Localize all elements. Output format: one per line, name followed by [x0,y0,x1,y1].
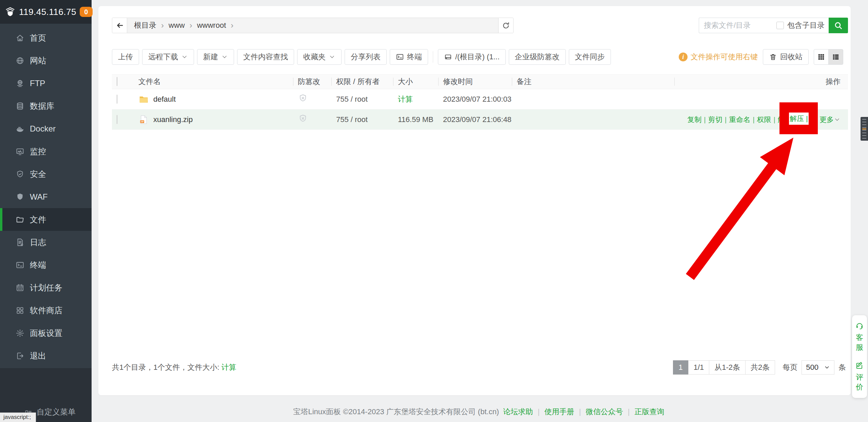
sidebar-item-monitor[interactable]: 监控 [0,140,92,163]
toolbar-button-tamper-proof[interactable]: 企业级防篡改 [509,49,566,65]
sidebar-item-label: FTP [30,79,45,88]
toolbar-button-label: 终端 [407,52,422,62]
sidebar-item-terminal[interactable]: 终端 [0,254,92,276]
shield-x-icon [298,114,308,124]
svg-text:ZIP: ZIP [141,121,144,123]
row-action-权限[interactable]: 权限 [757,115,771,124]
sidebar-item-settings[interactable]: 面板设置 [0,322,92,344]
file-manager-panel: 根目录›www›wwwroot› 包含子目录 上传远程下载新建文件内容查找收藏夹… [98,6,851,395]
file-name-link[interactable]: default [153,95,176,104]
breadcrumb-part[interactable]: wwwroot [197,21,226,30]
footer-link[interactable]: 正版查询 [634,407,664,416]
toolbar-button-terminal[interactable]: 终端 [390,49,428,65]
footer-link[interactable]: 微信公众号 [586,407,623,416]
zip-file-icon: ZIP [138,115,149,125]
table-row: ZIPxuanling.zip755 / root116.59 MB2023/0… [112,109,848,130]
toolbar-button-label: 文件同步 [575,52,605,62]
toolbar-button-upload[interactable]: 上传 [112,49,139,65]
column-header: 文件名 [134,77,293,87]
float-widget-feedback[interactable]: 评价 [855,361,864,392]
tamper-proof-cell [293,114,331,126]
toolbar-button-root-disk[interactable]: /(根目录) (1... [438,49,506,65]
sidebar-item-cron[interactable]: 计划任务 [0,276,92,299]
row-action-剪切[interactable]: 剪切 [708,115,722,124]
sidebar-item-database[interactable]: 数据库 [0,95,92,117]
footer-link-separator: | [579,407,581,416]
toolbar-button-remote-download[interactable]: 远程下载 [142,49,194,65]
footer-link[interactable]: 论坛求助 [503,407,533,416]
right-click-hint-text: 文件操作可使用右键 [691,52,758,62]
search-button[interactable] [829,18,848,33]
search-input[interactable] [704,21,773,30]
terminal-icon [16,261,24,269]
action-separator: | [725,116,727,124]
sidebar: 119.45.116.75 0 首页网站FTP数据库Docker监控安全WAF文… [0,0,92,422]
sidebar-item-waf[interactable]: WAF [0,185,92,208]
sidebar-item-label: Docker [30,124,56,134]
folder-file-icon [138,94,149,104]
toolbar-button-label: 上传 [118,52,133,62]
annotation-highlight-box: 解压 | [779,102,818,134]
column-header: 大小 [393,77,438,87]
custom-menu-label: 自定义菜单 [37,407,76,417]
chevron-down-icon [824,364,830,370]
sidebar-item-logout[interactable]: 退出 [0,344,92,367]
breadcrumb-part[interactable]: www [169,21,185,30]
sidebar-item-security[interactable]: 安全 [0,163,92,185]
refresh-button[interactable] [498,18,513,33]
toolbar-button-label: /(根目录) (1... [455,52,500,62]
toolbar-button-share-list[interactable]: 分享列表 [345,49,387,65]
message-count-badge[interactable]: 0 [80,7,93,17]
toolbar-button-label: 新建 [203,52,218,62]
sidebar-item-ftp[interactable]: FTP [0,72,92,95]
back-button[interactable] [112,18,127,33]
grid-view-button[interactable] [814,49,829,65]
footer-link[interactable]: 使用手册 [544,407,574,416]
headset-icon [855,321,864,330]
sidebar-item-label: 退出 [30,350,46,361]
recycle-bin-button[interactable]: 回收站 [763,49,809,65]
sidebar-item-files[interactable]: 文件 [0,208,92,231]
unzip-action-highlighted[interactable]: 解压 | [789,113,809,125]
row-action-更多[interactable]: 更多 [819,115,834,124]
size-value[interactable]: 计算 [398,95,413,103]
pagination-cell[interactable]: 从1-2条 [709,360,746,375]
row-checkbox[interactable] [117,95,117,104]
pagination-cell[interactable]: 共2条 [745,360,775,375]
pagination-cell[interactable]: 1/1 [688,360,710,375]
row-action-复制[interactable]: 复制 [687,115,701,124]
row-action-重命名[interactable]: 重命名 [729,115,750,124]
breadcrumb-root[interactable]: 根目录 [134,20,156,31]
per-page-select[interactable]: 500 [802,360,834,375]
gear-icon [16,329,24,338]
file-name-link[interactable]: xuanling.zip [153,115,193,124]
toolbar-button-favorites[interactable]: 收藏夹 [297,49,342,65]
sidebar-item-site[interactable]: 网站 [0,49,92,72]
scrollbar-thumb[interactable] [861,117,868,141]
sidebar-item-store[interactable]: 软件商店 [0,299,92,322]
logout-icon [16,351,24,360]
toolbar: 上传远程下载新建文件内容查找收藏夹分享列表终端/(根目录) (1...企业级防篡… [112,49,848,65]
float-widget-support[interactable]: 客服 [855,321,864,352]
docker-icon [16,124,24,133]
sidebar-item-home[interactable]: 首页 [0,26,92,49]
select-all-checkbox[interactable] [117,77,117,86]
row-checkbox[interactable] [117,115,117,124]
summary: 共1个目录，1个文件，文件大小: 计算 [112,362,236,373]
include-subdir-checkbox[interactable] [776,22,784,29]
recycle-bin-label: 回收站 [780,52,803,62]
toolbar-button-new[interactable]: 新建 [197,49,234,65]
breadcrumb-bar: 根目录›www›wwwroot› [112,18,514,33]
toolbar-button-file-sync[interactable]: 文件同步 [569,49,611,65]
pagination-cell[interactable]: 1 [673,360,689,375]
toolbar-button-content-search[interactable]: 文件内容查找 [237,49,294,65]
tamper-proof-cell [293,93,331,105]
sidebar-item-logs[interactable]: 日志 [0,231,92,254]
file-name-cell: default [134,94,293,104]
status-row: 共1个目录，1个文件，文件大小: 计算 11/1从1-2条共2条 每页 500 … [112,360,846,375]
summary-calc-link[interactable]: 计算 [221,363,236,371]
list-view-button[interactable] [828,49,843,65]
action-separator: | [774,116,775,124]
sidebar-item-docker[interactable]: Docker [0,117,92,140]
column-header: 权限 / 所有者 [331,77,393,87]
